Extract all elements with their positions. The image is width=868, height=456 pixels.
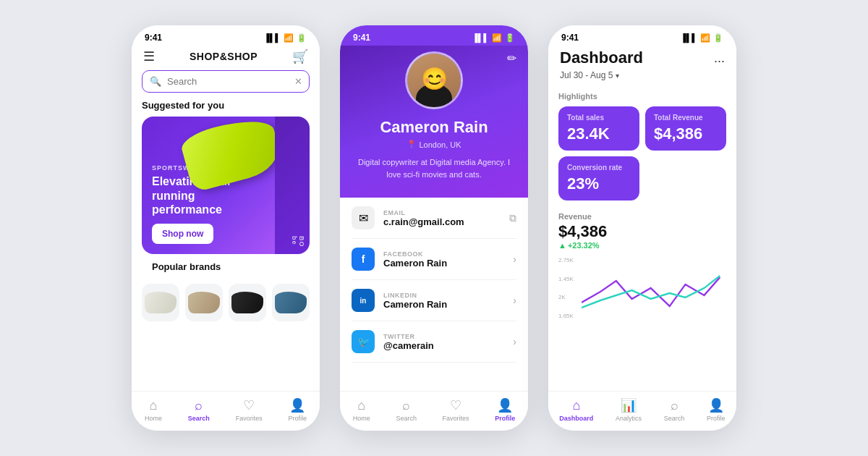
profile-location: 📍 London, UK [407, 140, 461, 149]
home-icon-p: ⌂ [357, 398, 365, 413]
highlights-label: Highlights [558, 92, 726, 101]
nav-home-label: Home [145, 415, 162, 422]
chevron-right-icon-fb[interactable]: › [513, 253, 516, 265]
chevron-right-icon-li[interactable]: › [513, 295, 516, 306]
status-icons-dash: ▐▌▌ 📶 🔋 [681, 33, 723, 43]
wifi-icon-d: 📶 [700, 33, 710, 43]
signal-icon-p: ▐▌▌ [472, 33, 489, 42]
edit-icon[interactable]: ✏ [507, 51, 516, 65]
analytics-icon: 📊 [621, 397, 637, 413]
banner-side-tag: BObe [279, 236, 305, 248]
time-dash: 9:41 [561, 33, 579, 43]
nav-profile[interactable]: 👤 Profile [289, 397, 307, 422]
profile-icon-p: 👤 [497, 397, 513, 413]
contact-list: ✉ EMAIL c.rain@gmail.com ⧉ f FACEBOOK Ca… [340, 198, 528, 391]
phone-profile: 9:41 ▐▌▌ 📶 🔋 ✏ Cameron Rain 📍 London, UK… [340, 25, 528, 431]
metric-total-sales: Total sales 23.4K [558, 106, 639, 151]
status-bar-dash: 9:41 ▐▌▌ 📶 🔋 [548, 25, 736, 46]
nav-profile-p[interactable]: 👤 Profile [495, 397, 515, 422]
search-icon-p: ⌕ [402, 398, 410, 413]
contact-facebook[interactable]: f FACEBOOK Cameron Rain › [352, 239, 516, 280]
chart-label-1: 2.75K [558, 257, 574, 263]
bottom-nav-dash: ⌂ Dashboard 📊 Analytics ⌕ Search 👤 Profi… [548, 391, 736, 431]
nav-favorites[interactable]: ♡ Favorites [236, 397, 263, 422]
twitter-icon: 🐦 [352, 330, 375, 353]
search-icon-d: ⌕ [671, 398, 678, 413]
favorites-icon: ♡ [243, 397, 255, 413]
highlights-section: Highlights Total sales 23.4K Total Reven… [548, 86, 736, 206]
chart-svg [558, 256, 726, 321]
search-bar[interactable]: 🔍 ✕ [142, 70, 310, 93]
location-pin-icon: 📍 [407, 140, 417, 149]
brand-item-2[interactable] [185, 284, 223, 321]
phone-dashboard: 9:41 ▐▌▌ 📶 🔋 Dashboard ... Jul 30 - Aug … [548, 25, 736, 431]
chevron-down-icon: ▾ [616, 72, 619, 80]
clear-icon[interactable]: ✕ [294, 76, 302, 87]
brand-grid [142, 284, 310, 321]
nav-search-label-d: Search [664, 415, 685, 422]
dash-title-row: Dashboard ... [560, 48, 725, 67]
nav-search-label: Search [188, 415, 210, 422]
revenue-change: ▲ +23.32% [558, 241, 726, 250]
nav-dashboard-label: Dashboard [559, 415, 593, 422]
section-suggested: Suggested for you [132, 100, 320, 117]
nav-search[interactable]: ⌕ Search [188, 398, 210, 422]
banner-card-main[interactable]: SPORTSWEAR Elevating your running perfor… [142, 117, 275, 254]
contact-email[interactable]: ✉ EMAIL c.rain@gmail.com ⧉ [352, 198, 516, 239]
home-icon: ⌂ [149, 398, 157, 413]
shoe-thumb-2 [188, 292, 220, 313]
nav-home-p[interactable]: ⌂ Home [353, 398, 370, 422]
contact-email-info: EMAIL c.rain@gmail.com [383, 209, 501, 227]
profile-icon: 👤 [289, 397, 305, 413]
date-range[interactable]: Jul 30 - Aug 5 ▾ [560, 70, 725, 80]
chart-y-labels: 2.75K 1.45K 2K 1.65K [558, 256, 574, 321]
avatar-face [407, 51, 461, 109]
brand-item-4[interactable] [272, 284, 310, 321]
shop-logo: SHOP&SHOP [190, 51, 258, 62]
avatar [405, 51, 463, 109]
search-nav-icon: ⌕ [195, 398, 203, 413]
contact-fb-info: FACEBOOK Cameron Rain [383, 250, 504, 269]
contact-tw-info: TWITTER @camerain [383, 333, 504, 351]
banner-card-secondary: BObe [275, 117, 310, 254]
chevron-right-icon-tw[interactable]: › [513, 336, 516, 347]
nav-favorites-p[interactable]: ♡ Favorites [443, 397, 469, 422]
revenue-amount: $4,386 [558, 222, 726, 241]
bottom-nav-profile: ⌂ Home ⌕ Search ♡ Favorites 👤 Profile [340, 391, 528, 431]
profile-header: ✏ Cameron Rain 📍 London, UK Digital copy… [340, 46, 528, 198]
search-input[interactable] [167, 76, 289, 87]
profile-bio: Digital copywriter at Digital media Agen… [352, 156, 516, 180]
more-options-icon[interactable]: ... [714, 51, 725, 66]
nav-search-label-p: Search [396, 415, 417, 422]
revenue-label: Revenue [558, 212, 726, 221]
dashboard-header: Dashboard ... Jul 30 - Aug 5 ▾ [548, 46, 736, 86]
wifi-icon-p: 📶 [492, 33, 502, 43]
dashboard-icon: ⌂ [572, 398, 580, 413]
dashboard-title: Dashboard [560, 48, 643, 67]
chart-label-3: 2K [558, 294, 574, 300]
brand-item-3[interactable] [229, 284, 266, 321]
nav-profile-label: Profile [289, 415, 307, 422]
banner-area: SPORTSWEAR Elevating your running perfor… [142, 117, 310, 254]
time-profile: 9:41 [353, 33, 370, 43]
nav-profile-d[interactable]: 👤 Profile [707, 397, 726, 422]
nav-home[interactable]: ⌂ Home [145, 398, 162, 422]
nav-home-label-p: Home [353, 415, 370, 422]
brand-item-1[interactable] [142, 284, 179, 321]
nav-analytics[interactable]: 📊 Analytics [616, 397, 642, 422]
contact-linkedin[interactable]: in LINKEDIN Cameron Rain › [352, 280, 516, 321]
cart-icon[interactable]: 🛒 [292, 48, 308, 64]
nav-search-d[interactable]: ⌕ Search [664, 398, 685, 422]
nav-dashboard[interactable]: ⌂ Dashboard [559, 398, 593, 422]
contact-twitter[interactable]: 🐦 TWITTER @camerain › [352, 321, 516, 363]
battery-icon-d: 🔋 [713, 33, 723, 43]
menu-icon[interactable]: ☰ [143, 48, 155, 64]
shop-now-button[interactable]: Shop now [152, 224, 213, 244]
status-icons-profile: ▐▌▌ 📶 🔋 [472, 33, 515, 43]
nav-search-p[interactable]: ⌕ Search [396, 398, 417, 422]
metrics-grid: Total sales 23.4K Total Revenue $4,386 C… [558, 106, 726, 200]
chart-label-4: 1.65K [558, 313, 574, 319]
copy-icon[interactable]: ⧉ [509, 212, 516, 224]
favorites-icon-p: ♡ [450, 397, 461, 413]
popular-brands-section: Popular brands [132, 254, 320, 321]
